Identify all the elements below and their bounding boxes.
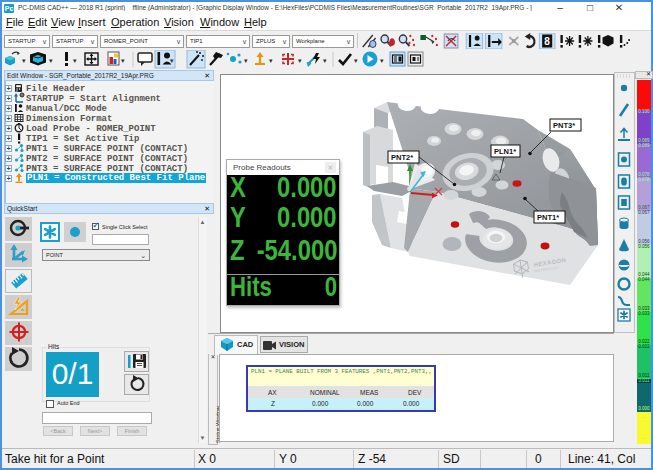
svg-text:▾: ▾: [269, 57, 273, 64]
svg-text:▾: ▾: [244, 57, 248, 64]
svg-text:PNT2*: PNT2*: [391, 153, 413, 162]
svg-text:▾: ▾: [121, 57, 125, 64]
svg-text:8: 8: [544, 35, 550, 48]
svg-text:▾: ▾: [323, 57, 327, 64]
svg-text:▾: ▾: [298, 57, 302, 64]
svg-text:▾: ▾: [73, 57, 77, 64]
svg-text:▾: ▾: [49, 57, 53, 64]
svg-text:▾: ▾: [170, 57, 174, 64]
svg-text:PNT1*: PNT1*: [537, 213, 559, 222]
svg-text:PNT3*: PNT3*: [553, 121, 575, 130]
svg-text:▾: ▾: [22, 57, 26, 64]
svg-text:▾: ▾: [354, 57, 358, 64]
svg-text:PLN1*: PLN1*: [494, 147, 516, 156]
svg-text:▾: ▾: [380, 57, 384, 64]
